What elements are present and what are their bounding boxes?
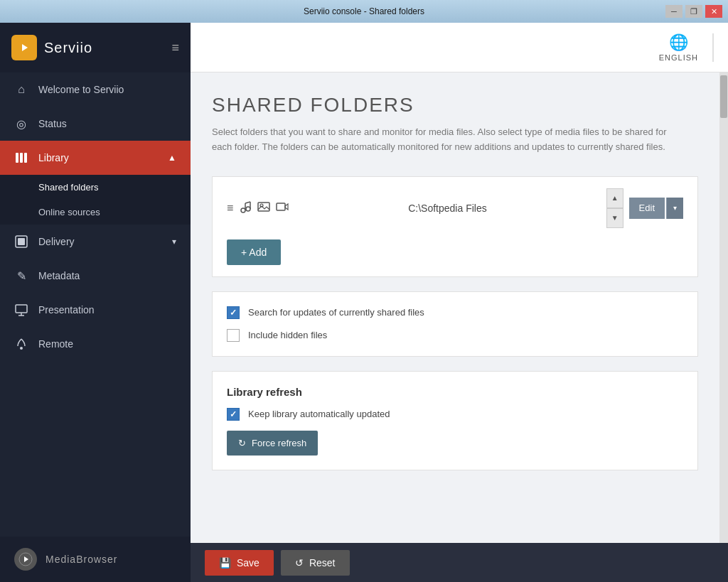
sidebar-item-presentation[interactable]: Presentation bbox=[0, 293, 191, 327]
remote-icon bbox=[14, 337, 28, 351]
folder-path: C:\Softpedia Files bbox=[297, 203, 597, 214]
force-refresh-label: Force refresh bbox=[252, 438, 306, 448]
edit-button[interactable]: Edit bbox=[629, 198, 665, 219]
presentation-icon bbox=[14, 303, 28, 317]
search-updates-checkbox[interactable]: ✓ bbox=[227, 306, 240, 319]
svg-point-14 bbox=[246, 207, 250, 211]
sidebar-item-label-metadata: Metadata bbox=[38, 270, 176, 281]
topbar-divider bbox=[712, 33, 714, 62]
sidebar-footer: MediaBrowser bbox=[0, 537, 191, 582]
page-title: SHARED FOLDERS bbox=[212, 94, 698, 117]
shared-folders-label: Shared folders bbox=[38, 182, 99, 193]
status-icon: ◎ bbox=[14, 117, 28, 131]
svg-line-16 bbox=[245, 202, 250, 203]
hamburger-icon[interactable]: ≡ bbox=[171, 41, 179, 55]
include-hidden-label: Include hidden files bbox=[248, 330, 327, 340]
video-icon[interactable] bbox=[276, 200, 289, 216]
refresh-icon: ↻ bbox=[238, 438, 246, 448]
save-icon: 💾 bbox=[219, 557, 231, 568]
logo-text: Serviio bbox=[44, 40, 92, 56]
library-arrow-icon: ▲ bbox=[168, 153, 176, 163]
home-icon: ⌂ bbox=[14, 82, 28, 97]
right-panel: 🌐 ENGLISH SHARED FOLDERS Select folders … bbox=[191, 23, 728, 582]
music-icon[interactable] bbox=[239, 200, 252, 216]
page-description: Select folders that you want to share an… bbox=[212, 125, 681, 155]
folder-row: ≡ bbox=[227, 188, 683, 228]
online-sources-label: Online sources bbox=[38, 207, 100, 217]
save-label: Save bbox=[237, 557, 259, 568]
language-selector[interactable]: 🌐 ENGLISH bbox=[659, 33, 698, 62]
sidebar-item-status[interactable]: ◎ Status bbox=[0, 107, 191, 141]
svg-rect-2 bbox=[16, 153, 18, 163]
library-icon bbox=[14, 151, 28, 165]
reset-button[interactable]: ↺ Reset bbox=[281, 550, 350, 576]
move-down-button[interactable]: ▼ bbox=[606, 208, 623, 228]
folder-type-icons: ≡ bbox=[227, 200, 289, 216]
logo-area: Serviio bbox=[11, 35, 92, 60]
sidebar-nav: ⌂ Welcome to Serviio ◎ Status Library ▲ bbox=[0, 72, 191, 537]
sidebar-item-label-remote: Remote bbox=[38, 338, 176, 350]
svg-point-10 bbox=[20, 347, 23, 350]
save-button[interactable]: 💾 Save bbox=[205, 550, 274, 576]
svg-rect-7 bbox=[16, 305, 27, 313]
sidebar-item-remote[interactable]: Remote bbox=[0, 327, 191, 361]
sidebar-subitem-shared-folders[interactable]: Shared folders bbox=[0, 175, 191, 200]
reset-label: Reset bbox=[309, 557, 336, 568]
keep-checkmark-icon: ✓ bbox=[230, 409, 237, 419]
close-button[interactable]: ✕ bbox=[705, 5, 722, 18]
sidebar-item-label-welcome: Welcome to Serviio bbox=[38, 84, 176, 95]
sidebar-item-label-presentation: Presentation bbox=[38, 304, 176, 316]
svg-rect-18 bbox=[258, 203, 269, 211]
globe-icon: 🌐 bbox=[669, 33, 688, 52]
mediabrowser-label: MediaBrowser bbox=[46, 554, 117, 565]
search-updates-label: Search for updates of currently shared f… bbox=[248, 307, 424, 318]
sidebar-header: Serviio ≡ bbox=[0, 23, 191, 72]
include-hidden-checkbox[interactable] bbox=[227, 329, 240, 342]
move-up-button[interactable]: ▲ bbox=[606, 188, 623, 208]
keep-updated-row: ✓ Keep library automatically updated bbox=[227, 408, 683, 421]
sidebar-item-welcome[interactable]: ⌂ Welcome to Serviio bbox=[0, 72, 191, 107]
library-refresh-section: Library refresh ✓ Keep library automatic… bbox=[212, 371, 698, 470]
mediabrowser-icon bbox=[14, 548, 37, 571]
folder-controls: ▲ ▼ Edit ▾ bbox=[606, 188, 683, 228]
svg-rect-20 bbox=[277, 203, 285, 210]
force-refresh-button[interactable]: ↻ Force refresh bbox=[227, 431, 318, 456]
delivery-icon bbox=[14, 235, 28, 249]
sidebar-item-label-delivery: Delivery bbox=[38, 236, 162, 247]
edit-dropdown-button[interactable]: ▾ bbox=[666, 198, 683, 219]
bottom-bar: 💾 Save ↺ Reset bbox=[191, 543, 728, 582]
window-controls: ─ ❐ ✕ bbox=[665, 5, 722, 18]
settings-section: ✓ Search for updates of currently shared… bbox=[212, 291, 698, 357]
sidebar-item-metadata[interactable]: ✎ Metadata bbox=[0, 259, 191, 293]
sidebar-subitem-online-sources[interactable]: Online sources bbox=[0, 200, 191, 225]
window-title: Serviio console - Shared folders bbox=[63, 6, 665, 16]
svg-point-13 bbox=[241, 208, 245, 212]
restore-button[interactable]: ❐ bbox=[685, 5, 702, 18]
delivery-arrow-icon: ▾ bbox=[172, 237, 176, 247]
minimize-button[interactable]: ─ bbox=[665, 5, 682, 18]
keep-updated-checkbox[interactable]: ✓ bbox=[227, 408, 240, 421]
sidebar-item-library[interactable]: Library ▲ bbox=[0, 141, 191, 175]
folder-section: ≡ bbox=[212, 176, 698, 277]
sidebar-item-label-library: Library bbox=[38, 152, 158, 163]
checkmark-icon: ✓ bbox=[230, 308, 237, 318]
metadata-icon: ✎ bbox=[14, 269, 28, 283]
svg-rect-4 bbox=[24, 153, 27, 163]
library-refresh-title: Library refresh bbox=[227, 386, 683, 398]
scrollbar-thumb[interactable] bbox=[720, 75, 727, 118]
sidebar-item-delivery[interactable]: Delivery ▾ bbox=[0, 225, 191, 259]
language-label: ENGLISH bbox=[659, 53, 698, 62]
image-icon[interactable] bbox=[257, 200, 270, 216]
sidebar: Serviio ≡ ⌂ Welcome to Serviio ◎ Status bbox=[0, 23, 191, 582]
sidebar-item-label-status: Status bbox=[38, 118, 176, 129]
titlebar: Serviio console - Shared folders ─ ❐ ✕ bbox=[0, 0, 728, 23]
add-folder-button[interactable]: + Add bbox=[227, 239, 281, 265]
logo-svg bbox=[16, 40, 32, 55]
scrollbar[interactable] bbox=[719, 72, 728, 543]
list-icon[interactable]: ≡ bbox=[227, 202, 233, 215]
svg-rect-6 bbox=[18, 238, 25, 245]
content-area: SHARED FOLDERS Select folders that you w… bbox=[191, 72, 719, 543]
reset-icon: ↺ bbox=[295, 557, 304, 568]
svg-rect-3 bbox=[20, 153, 23, 163]
logo-icon bbox=[11, 35, 37, 60]
